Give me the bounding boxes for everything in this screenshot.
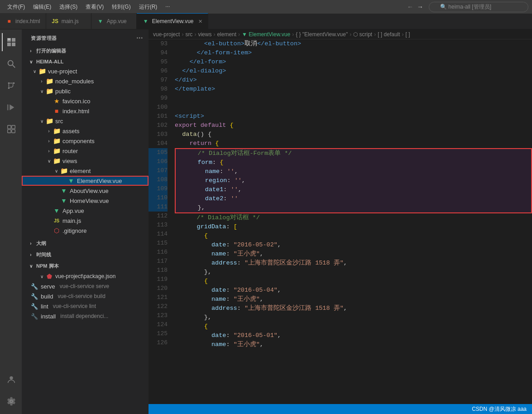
menu-file[interactable]: 文件(F) <box>4 2 29 12</box>
svg-rect-0 <box>8 39 10 39</box>
wrench-icon-install: 🔧 <box>31 313 38 320</box>
tab-label-elementview-vue: ElementView.vue <box>152 18 194 24</box>
vue-icon-app-file: ▼ <box>53 207 61 214</box>
tree-item-mainjs[interactable]: JS main.js <box>22 216 149 226</box>
nav-back[interactable]: ← <box>407 3 413 10</box>
tree-item-src[interactable]: ∨ 📁 src <box>22 116 149 126</box>
extensions-icon[interactable] <box>2 120 20 138</box>
svg-rect-12 <box>12 130 15 133</box>
debug-icon[interactable] <box>2 98 20 116</box>
menu-goto[interactable]: 转到(G) <box>108 2 134 12</box>
menu-view[interactable]: 查看(V) <box>82 2 107 12</box>
code-line-109: date1: '', <box>176 185 531 194</box>
account-icon[interactable] <box>2 371 20 389</box>
heima-all-section[interactable]: ∨ HEIMA-ALL <box>22 56 149 66</box>
npm-serve[interactable]: 🔧 serve vue-cli-service serve <box>22 281 149 291</box>
code-line-113: gridData: [ <box>175 222 532 231</box>
tab-label-main-js: main.js <box>62 18 79 24</box>
folder-icon-element: 📁 <box>60 167 68 174</box>
line-numbers: 93 94 95 96 97 98 99 100 101 102 103 104… <box>149 39 171 404</box>
npm-section[interactable]: ∨ NPM 脚本 <box>22 260 149 271</box>
search-activity-icon[interactable] <box>2 55 20 73</box>
heima-all-chevron: ∨ <box>27 59 34 64</box>
code-line-120: date: "2016-05-04", <box>175 286 532 295</box>
npm-build[interactable]: 🔧 build vue-cli-service build <box>22 291 149 301</box>
code-line-125: date: "2016-05-01", <box>175 331 532 340</box>
tree-item-assets[interactable]: › 📁 assets <box>22 126 149 136</box>
tree-item-router[interactable]: › 📁 router <box>22 146 149 156</box>
svg-marker-7 <box>10 105 14 111</box>
code-line-110: date2: '' <box>176 194 531 203</box>
code-line-119: { <box>175 277 532 286</box>
editor-area: vue-project › src › views › element › ▼ … <box>149 29 532 414</box>
tree-item-components[interactable]: › 📁 components <box>22 136 149 146</box>
folder-icon-src: 📁 <box>45 117 53 125</box>
vue-icon-app: ▼ <box>97 18 104 25</box>
tree-item-appvue[interactable]: ▼ App.vue <box>22 206 149 216</box>
code-line-95: </el-form> <box>175 58 532 67</box>
wrench-icon-build: 🔧 <box>31 293 38 300</box>
svg-point-5 <box>13 82 15 84</box>
tree-item-aboutview[interactable]: ▼ AboutView.vue <box>22 186 149 196</box>
menu-select[interactable]: 选择(S) <box>56 2 81 12</box>
wrench-icon-lint: 🔧 <box>31 303 38 310</box>
status-text: CSDN @清风微凉 aaa <box>472 405 527 413</box>
tree-item-vue-project[interactable]: ∨ 📁 vue-project <box>22 66 149 76</box>
code-line-118: }, <box>175 268 532 277</box>
vue-icon-about: ▼ <box>60 187 68 194</box>
open-editors-chevron: › <box>27 48 34 53</box>
menu-more[interactable]: ··· <box>162 2 173 12</box>
menu-edit[interactable]: 编辑(E) <box>29 2 55 12</box>
tree-item-homeview[interactable]: ▼ HomeView.vue <box>22 196 149 206</box>
code-line-115: date: "2016-05-02", <box>175 241 532 250</box>
tree-item-element[interactable]: ∨ 📁 element <box>22 166 149 176</box>
menu-run[interactable]: 运行(R) <box>135 2 161 12</box>
svg-rect-11 <box>8 130 11 133</box>
favicon-icon: ★ <box>53 97 61 105</box>
sidebar-menu-icon[interactable]: ··· <box>136 34 143 42</box>
tab-close-button[interactable]: ✕ <box>198 19 202 24</box>
activity-bar <box>0 29 22 414</box>
tree-item-elementview[interactable]: ▼ ElementView.vue <box>22 176 149 186</box>
npm-package-item[interactable]: ∨ ⬟ vue-project\package.json <box>22 271 149 281</box>
timeline-section[interactable]: › 时间线 <box>22 249 149 260</box>
tree-item-node-modules[interactable]: › 📁 node_modules <box>22 76 149 86</box>
js-icon: JS <box>52 18 59 25</box>
code-line-111: }, <box>176 203 531 212</box>
open-editors-section[interactable]: › 打开的编辑器 <box>22 45 149 56</box>
nav-forward[interactable]: → <box>417 3 423 10</box>
code-line-107: name: '', <box>176 167 531 176</box>
code-editor[interactable]: 93 94 95 96 97 98 99 100 101 102 103 104… <box>149 39 532 404</box>
sidebar: 资源管理器 ··· › 打开的编辑器 ∨ HEIMA-ALL ∨ 📁 vue-p… <box>22 29 149 414</box>
gitignore-icon: ⬡ <box>53 227 61 234</box>
status-bar: CSDN @清风微凉 aaa <box>149 404 532 414</box>
folder-icon-vue-project: 📁 <box>38 67 46 75</box>
tree-item-favicon[interactable]: ★ favicon.ico <box>22 96 149 106</box>
tree-item-gitignore[interactable]: ⬡ .gitignore <box>22 226 149 236</box>
tab-index-html[interactable]: ■ index.html <box>0 13 46 29</box>
code-line-122: address: "上海市普陀区金沙江路 1518 弄", <box>175 304 532 313</box>
outline-section[interactable]: › 大纲 <box>22 237 149 249</box>
tree-item-views[interactable]: ∨ 📁 views <box>22 156 149 166</box>
svg-point-6 <box>8 82 10 84</box>
folder-icon-components: 📁 <box>53 137 61 144</box>
git-icon[interactable] <box>2 77 20 95</box>
settings-icon[interactable] <box>2 392 20 410</box>
code-content[interactable]: <el-button>取消</el-button> </el-form-item… <box>171 39 532 404</box>
search-area: 🔍 heima-all [管理员] <box>429 2 528 12</box>
explorer-icon[interactable] <box>2 33 20 51</box>
tree-item-index-html[interactable]: ■ index.html <box>22 106 149 116</box>
tab-main-js[interactable]: JS main.js <box>46 13 91 29</box>
svg-rect-8 <box>7 105 9 111</box>
code-line-96: </el-dialog> <box>175 67 532 76</box>
npm-lint[interactable]: 🔧 lint vue-cli-service lint <box>22 301 149 311</box>
tab-app-vue[interactable]: ▼ App.vue <box>91 13 137 29</box>
code-line-93: <el-button>取消</el-button> <box>175 39 532 48</box>
main-layout: 资源管理器 ··· › 打开的编辑器 ∨ HEIMA-ALL ∨ 📁 vue-p… <box>0 29 532 414</box>
tree-item-public[interactable]: ∨ 📁 public <box>22 86 149 96</box>
tab-elementview-vue[interactable]: ▼ ElementView.vue ✕ <box>137 13 208 29</box>
npm-install[interactable]: 🔧 install install dependenci... <box>22 311 149 321</box>
search-input[interactable]: 🔍 heima-all [管理员] <box>429 2 528 12</box>
wrench-icon: 🔧 <box>31 283 38 290</box>
html-icon: ■ <box>5 18 13 25</box>
